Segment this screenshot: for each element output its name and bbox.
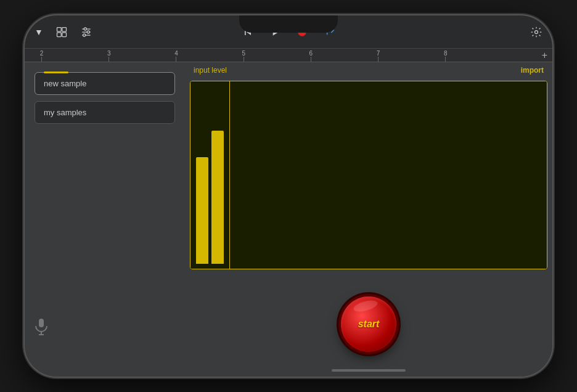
track-content: new sample my samples: [25, 62, 552, 377]
svg-rect-12: [39, 319, 44, 327]
recording-header: input level import: [185, 62, 552, 78]
svg-point-8: [87, 30, 89, 33]
svg-rect-3: [62, 32, 67, 36]
new-sample-indicator: [44, 71, 68, 73]
svg-rect-2: [57, 32, 61, 36]
add-track-button[interactable]: +: [542, 50, 547, 61]
my-samples-button[interactable]: my samples: [35, 101, 175, 124]
svg-point-7: [84, 27, 86, 30]
screen-inner: ▼: [25, 15, 552, 377]
svg-point-11: [535, 30, 538, 33]
layout-icon[interactable]: [55, 26, 68, 38]
meter-bar-right: [211, 131, 224, 264]
level-meter: [190, 81, 230, 269]
start-button[interactable]: start: [341, 296, 396, 352]
ruler-mark-5: 6: [309, 50, 313, 62]
svg-point-9: [83, 33, 85, 36]
bottom-section: start: [185, 272, 552, 377]
track-dropdown-icon[interactable]: ▼: [35, 27, 43, 37]
ruler-mark-2: 3: [107, 50, 111, 62]
notch: [239, 15, 338, 33]
screen: ▼: [25, 15, 552, 377]
start-label: start: [358, 319, 380, 330]
ruler-mark-4: 5: [242, 50, 245, 62]
svg-rect-0: [57, 27, 61, 31]
ruler: 2 3 4 5 6: [25, 49, 552, 62]
waveform-display: [230, 81, 547, 269]
settings-icon[interactable]: [530, 26, 542, 38]
recording-area: [190, 81, 547, 269]
home-indicator: [332, 369, 406, 372]
input-level-label: input level: [194, 66, 227, 75]
ruler-mark-7: 8: [444, 50, 448, 62]
ruler-mark-3: 4: [174, 50, 178, 62]
track-area: new sample my samples: [25, 62, 552, 377]
mic-icon: [35, 319, 48, 340]
new-sample-button[interactable]: new sample: [35, 72, 175, 95]
left-panel: new sample my samples: [25, 62, 185, 377]
ruler-mark-6: 7: [377, 50, 380, 62]
mixer-icon[interactable]: [80, 26, 92, 38]
svg-rect-1: [62, 27, 67, 31]
toolbar-right: [373, 26, 542, 38]
toolbar-left: ▼: [35, 26, 204, 38]
right-panel: input level import: [185, 62, 552, 377]
phone-frame: ▼: [23, 14, 554, 378]
import-button[interactable]: import: [521, 66, 544, 75]
meter-bar-left: [196, 157, 208, 264]
power-button[interactable]: [552, 114, 554, 151]
ruler-content: 2 3 4 5 6: [30, 49, 547, 62]
ruler-mark-1: 2: [40, 50, 44, 62]
